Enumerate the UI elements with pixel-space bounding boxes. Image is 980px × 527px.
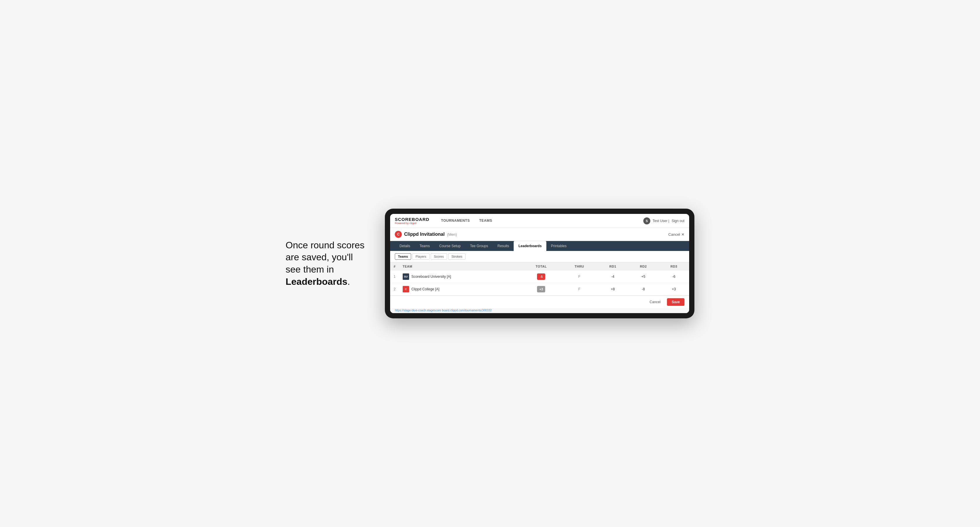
sign-out-link[interactable]: Sign out (671, 219, 684, 223)
tournament-cancel-button[interactable]: Cancel ✕ (668, 232, 684, 237)
sub-tab-players[interactable]: Players (412, 253, 430, 260)
table-row: 1 SU Scoreboard University [A] -5 F -4 +… (390, 270, 689, 283)
tab-printables[interactable]: Printables (546, 241, 571, 251)
user-avatar: S (643, 217, 650, 224)
cell-rd3: +3 (659, 283, 689, 295)
footer: Cancel Save (390, 295, 689, 308)
nav-teams[interactable]: TEAMS (474, 214, 497, 228)
nav-links: TOURNAMENTS TEAMS (436, 214, 643, 228)
cell-rd1: -4 (597, 270, 628, 283)
tablet-frame: SCOREBOARD Powered by clippd TOURNAMENTS… (385, 209, 694, 318)
url-bar: https://stage-blue-coach.stagescore boar… (390, 308, 689, 313)
cell-thru: F (561, 283, 597, 295)
sub-tabs: Teams Players Scores Strokes (390, 251, 689, 262)
tournament-icon: C (395, 231, 402, 238)
tournament-gender: (Men) (447, 232, 457, 237)
cell-rd1: +8 (597, 283, 628, 295)
leaderboard-table: # TEAM TOTAL THRU RD1 RD2 RD3 1 SU (390, 262, 689, 295)
nav-tournaments[interactable]: TOURNAMENTS (436, 214, 474, 228)
tab-course-setup[interactable]: Course Setup (434, 241, 465, 251)
cell-total: -5 (521, 270, 561, 283)
sidebar-description: Once round scores are saved, you'll see … (286, 239, 368, 288)
tab-tee-groups[interactable]: Tee Groups (465, 241, 493, 251)
tab-details[interactable]: Details (395, 241, 415, 251)
cell-rd3: -6 (659, 270, 689, 283)
sub-tab-strokes[interactable]: Strokes (448, 253, 466, 260)
tournament-name: Clippd Invitational (404, 232, 445, 237)
cell-total: +3 (521, 283, 561, 295)
sub-tab-scores[interactable]: Scores (431, 253, 447, 260)
tablet-screen: SCOREBOARD Powered by clippd TOURNAMENTS… (390, 214, 689, 313)
save-button[interactable]: Save (667, 298, 684, 306)
col-rank: # (390, 262, 399, 270)
user-name: Test User | (653, 219, 669, 223)
col-rd2: RD2 (628, 262, 659, 270)
cancel-button[interactable]: Cancel (646, 298, 665, 306)
logo-area: SCOREBOARD Powered by clippd (395, 217, 429, 225)
tab-teams[interactable]: Teams (415, 241, 434, 251)
tournament-title-area: C Clippd Invitational (Men) (395, 231, 457, 238)
col-total: TOTAL (521, 262, 561, 270)
cell-rd2: -8 (628, 283, 659, 295)
sub-tab-teams[interactable]: Teams (395, 253, 411, 260)
cell-rank: 1 (390, 270, 399, 283)
tabs-bar: Details Teams Course Setup Tee Groups Re… (390, 241, 689, 251)
top-nav: SCOREBOARD Powered by clippd TOURNAMENTS… (390, 214, 689, 228)
tournament-header: C Clippd Invitational (Men) Cancel ✕ (390, 228, 689, 241)
logo-subtitle: Powered by clippd (395, 222, 429, 225)
leaderboard-table-container: # TEAM TOTAL THRU RD1 RD2 RD3 1 SU (390, 262, 689, 295)
col-rd1: RD1 (597, 262, 628, 270)
cell-team: SU Scoreboard University [A] (399, 270, 521, 283)
cell-team: C Clippd College [A] (399, 283, 521, 295)
table-row: 2 C Clippd College [A] +3 F +8 -8 +3 (390, 283, 689, 295)
tab-results[interactable]: Results (493, 241, 514, 251)
col-thru: THRU (561, 262, 597, 270)
col-team: TEAM (399, 262, 521, 270)
nav-right: S Test User | Sign out (643, 217, 684, 224)
cell-rank: 2 (390, 283, 399, 295)
logo-title: SCOREBOARD (395, 217, 429, 222)
tab-leaderboards[interactable]: Leaderboards (514, 241, 546, 251)
col-rd3: RD3 (659, 262, 689, 270)
cell-rd2: +5 (628, 270, 659, 283)
cell-thru: F (561, 270, 597, 283)
